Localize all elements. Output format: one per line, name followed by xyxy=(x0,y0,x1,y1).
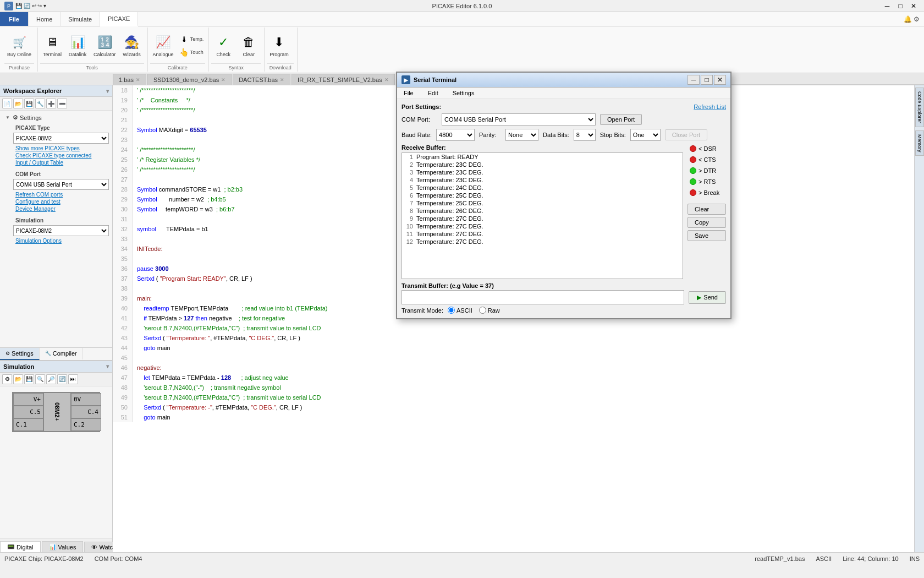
close-button[interactable]: ✕ xyxy=(908,1,920,11)
raw-radio[interactable] xyxy=(479,307,486,314)
ribbon-group-tools: 🖥 Terminal 📊 Datalink 🔢 Calculator 🧙 Wiz… xyxy=(38,28,148,72)
workspace-save-btn[interactable]: 💾 xyxy=(24,99,34,108)
stopbits-select[interactable]: One xyxy=(630,129,661,141)
sim-btn-1[interactable]: ⚙ xyxy=(2,374,12,384)
open-port-button[interactable]: Open Port xyxy=(600,114,642,125)
sim-btn-4[interactable]: 🔍 xyxy=(35,374,45,384)
com-port-select[interactable]: COM4 USB Serial Port xyxy=(13,179,109,190)
terminal-button[interactable]: 🖥 Terminal xyxy=(40,32,64,59)
buy-online-button[interactable]: 🛒 Buy Online xyxy=(4,32,34,59)
simulation-options-link[interactable]: Simulation Options xyxy=(13,237,109,244)
tab-simulate[interactable]: Simulate xyxy=(61,12,100,26)
save-button-dialog[interactable]: Save xyxy=(688,230,726,241)
dialog-menu-edit[interactable]: Edit xyxy=(424,89,443,97)
memory-tab[interactable]: Memory xyxy=(915,130,924,156)
workspace-del-btn[interactable]: ➖ xyxy=(57,99,67,108)
settings-tab[interactable]: ⚙ Settings xyxy=(0,348,40,360)
ascii-radio[interactable] xyxy=(448,307,455,314)
window-controls: ─ □ ✕ xyxy=(881,1,920,11)
sim-btn-5[interactable]: 🔎 xyxy=(46,374,56,384)
code-explorer-tab[interactable]: Code Explorer xyxy=(915,88,924,127)
databits-select[interactable]: 8 xyxy=(574,129,596,141)
dialog-title-text: Serial Terminal xyxy=(414,77,457,83)
simulation-toolbar: ⚙ 📂 💾 🔍 🔎 🔄 ⏭ xyxy=(0,373,112,386)
picaxe-type-select[interactable]: PICAXE-08M2 xyxy=(13,133,109,144)
refresh-list-link[interactable]: Refresh List xyxy=(694,103,726,110)
sim-btn-2[interactable]: 📂 xyxy=(13,374,23,384)
temp-button[interactable]: 🌡 Temp. xyxy=(178,33,206,45)
dialog-minimize-btn[interactable]: ─ xyxy=(688,75,700,85)
doc-tab-3[interactable]: IR_RX_TEST_SIMPLE_V2.bas ✕ xyxy=(292,74,394,85)
panel-tabs: ⚙ Settings 🔧 Compiler xyxy=(0,347,112,361)
ascii-radio-label[interactable]: ASCII xyxy=(448,307,472,314)
doc-tab-close-0[interactable]: ✕ xyxy=(136,77,140,83)
refresh-com-link[interactable]: Refresh COM ports xyxy=(13,191,109,198)
close-port-button[interactable]: Close Port xyxy=(665,129,707,140)
status-bar: PICAXE Chip: PICAXE-08M2 COM Port: COM4 … xyxy=(0,552,924,564)
temp-label: Temp. xyxy=(190,36,204,42)
program-button[interactable]: ⬇ Program xyxy=(267,32,292,59)
dialog-body: Port Settings: Refresh List COM Port: CO… xyxy=(397,99,730,318)
device-manager-link[interactable]: Device Manager xyxy=(13,205,109,212)
baud-row: Baud Rate: 4800 Parity: None Data Bits: … xyxy=(402,129,726,141)
workspace-new-btn[interactable]: 📄 xyxy=(2,99,12,108)
doc-tab-2[interactable]: DACTEST.bas ✕ xyxy=(233,74,290,85)
watch-tab-icon: 👁 xyxy=(91,544,97,550)
analogue-button[interactable]: 📈 Analogue xyxy=(150,32,177,59)
minimize-button[interactable]: ─ xyxy=(881,1,893,11)
workspace-tool-btn[interactable]: 🔧 xyxy=(35,99,45,108)
values-tab[interactable]: 📊 Values xyxy=(42,541,84,552)
sim-btn-6[interactable]: 🔄 xyxy=(57,374,67,384)
check-label: Check xyxy=(216,52,230,57)
tree-settings-root[interactable]: ▼ ⚙ Settings xyxy=(3,113,109,122)
doc-tab-1[interactable]: SSD1306_demo_v2.bas ✕ xyxy=(147,74,232,85)
restore-button[interactable]: □ xyxy=(894,1,906,11)
baud-select[interactable]: 4800 xyxy=(436,129,475,141)
code-line-43: 43 Sertxd ( "Termperature: ", #TEMPdata,… xyxy=(113,333,914,343)
calculator-button[interactable]: 🔢 Calculator xyxy=(91,32,119,59)
indicators-panel: < DSR < CTS > DTR > RTS > Break xyxy=(688,144,726,279)
tab-file[interactable]: File xyxy=(0,12,29,26)
sim-btn-7[interactable]: ⏭ xyxy=(68,374,78,384)
panel-collapse-icon[interactable]: ▾ xyxy=(106,88,109,94)
dialog-maximize-btn[interactable]: □ xyxy=(701,75,713,85)
dialog-close-btn[interactable]: ✕ xyxy=(714,75,726,85)
doc-tab-close-3[interactable]: ✕ xyxy=(384,77,389,83)
check-button[interactable]: ✓ Check xyxy=(211,32,235,59)
buffer-line-11: 11Termperature: 27C DEG. xyxy=(402,230,683,238)
wizards-button[interactable]: 🧙 Wizards xyxy=(120,32,144,59)
copy-button-dialog[interactable]: Copy xyxy=(688,217,726,228)
clear-button[interactable]: 🗑 Clear xyxy=(237,32,261,59)
tab-picaxe[interactable]: PICAXE xyxy=(100,12,138,26)
com-port-group-label: COM Port xyxy=(13,170,109,178)
datalink-button[interactable]: 📊 Datalink xyxy=(65,32,90,59)
dialog-menu-settings[interactable]: Settings xyxy=(448,89,479,97)
raw-radio-label[interactable]: Raw xyxy=(479,307,500,314)
workspace-add-btn[interactable]: ➕ xyxy=(46,99,56,108)
com-port-dialog-select[interactable]: COM4 USB Serial Port xyxy=(442,113,596,126)
receive-buffer[interactable]: 1Program Start: READY 2Termperature: 23C… xyxy=(402,152,683,279)
code-line-44: 44 goto main xyxy=(113,343,914,353)
simulation-select[interactable]: PICAXE-08M2 xyxy=(13,225,109,236)
datalink-icon: 📊 xyxy=(69,34,86,51)
transmit-input[interactable] xyxy=(402,290,684,304)
io-table-link[interactable]: Input / Output Table xyxy=(13,159,109,166)
clear-button-dialog[interactable]: Clear xyxy=(688,204,726,215)
digital-tab[interactable]: 📟 Digital xyxy=(0,541,41,552)
code-line-45: 45 xyxy=(113,353,914,363)
parity-select[interactable]: None xyxy=(505,129,538,141)
doc-tab-close-1[interactable]: ✕ xyxy=(221,77,226,83)
chip-diagram: V+ 0V C.5 C.0 C.4 C.1 C.3 C.2 xyxy=(12,392,100,432)
sim-btn-3[interactable]: 💾 xyxy=(24,374,34,384)
configure-test-link[interactable]: Configure and test xyxy=(13,198,109,205)
dialog-menu-file[interactable]: File xyxy=(399,89,418,97)
show-more-picaxe-link[interactable]: Show more PICAXE types xyxy=(13,145,109,152)
doc-tab-0[interactable]: 1.bas ✕ xyxy=(113,74,146,85)
workspace-open-btn[interactable]: 📂 xyxy=(13,99,23,108)
tab-home[interactable]: Home xyxy=(29,12,61,26)
touch-button[interactable]: 👆 Touch xyxy=(178,46,206,58)
compiler-tab[interactable]: 🔧 Compiler xyxy=(40,348,83,360)
doc-tab-close-2[interactable]: ✕ xyxy=(280,77,284,83)
check-picaxe-link[interactable]: Check PICAXE type connected xyxy=(13,152,109,159)
send-button[interactable]: ▶ Send xyxy=(689,291,726,304)
